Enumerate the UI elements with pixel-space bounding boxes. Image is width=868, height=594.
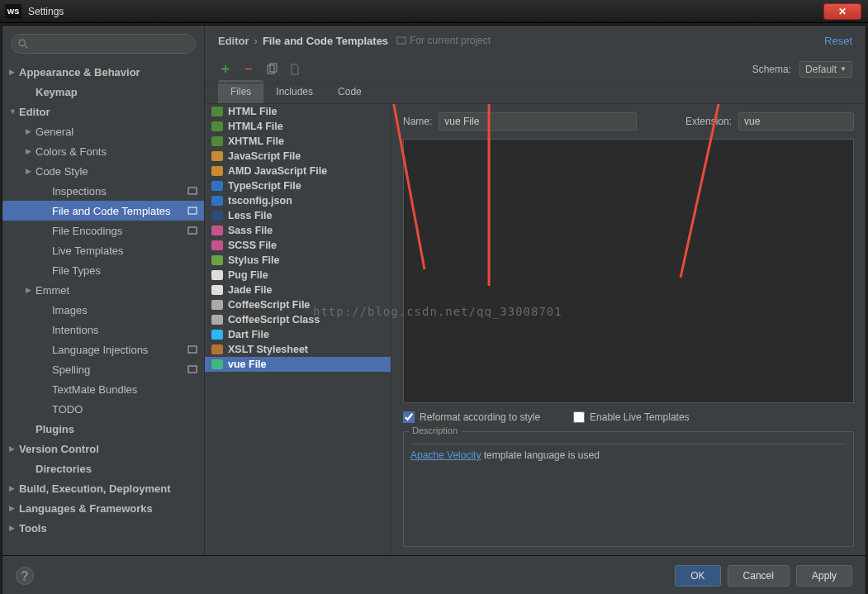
template-item-xhtml-file[interactable]: XHTML File [205,134,391,149]
template-item-sass-file[interactable]: Sass File [205,223,391,238]
sidebar-item-label: Directories [36,463,92,475]
sidebar-item-spelling[interactable]: Spelling [2,359,204,379]
remove-button[interactable]: － [241,62,256,77]
project-scope-icon [187,226,197,235]
cancel-button[interactable]: Cancel [728,565,790,587]
scope-label: For current project [396,35,491,46]
svg-point-0 [19,40,25,45]
template-item-vue-file[interactable]: vue File [205,357,391,372]
template-item-xslt-stylesheet[interactable]: XSLT Stylesheet [205,342,391,357]
ok-button[interactable]: OK [675,565,720,587]
sidebar-item-tools[interactable]: ▶Tools [2,518,204,538]
template-item-label: TypeScript File [228,180,301,192]
close-button[interactable]: ✕ [823,3,861,20]
file-type-icon [211,330,223,340]
breadcrumb-root: Editor [218,35,249,47]
sidebar-item-plugins[interactable]: Plugins [2,419,204,439]
file-type-icon [211,255,223,265]
template-item-pug-file[interactable]: Pug File [205,268,391,283]
template-item-label: HTML4 File [228,121,283,132]
tab-files[interactable]: Files [218,80,263,103]
sidebar-item-file-and-code-templates[interactable]: File and Code Templates [2,201,204,221]
copy-button[interactable] [264,62,279,77]
sidebar-item-label: Language Injections [52,344,148,356]
reset-template-button[interactable] [287,62,302,77]
sidebar-item-build-execution-deployment[interactable]: ▶Build, Execution, Deployment [2,478,204,498]
sidebar-item-language-injections[interactable]: Language Injections [2,340,204,359]
sidebar-item-file-types[interactable]: File Types [2,260,204,280]
tab-includes[interactable]: Includes [263,80,325,103]
project-scope-icon [187,206,197,216]
apply-button[interactable]: Apply [796,565,852,587]
add-button[interactable]: ＋ [218,62,233,77]
sidebar-item-label: File Types [52,264,101,277]
apache-velocity-link[interactable]: Apache Velocity [410,449,481,461]
sidebar-item-keymap[interactable]: Keymap [2,82,204,102]
sidebar-item-appearance-behavior[interactable]: ▶Appearance & Behavior [2,62,204,82]
sidebar-item-code-style[interactable]: ▶Code Style [2,161,204,181]
name-input[interactable] [439,112,637,131]
chevron-down-icon: ▼ [840,65,847,73]
sidebar-item-label: TextMate Bundles [52,383,137,396]
sidebar-item-version-control[interactable]: ▶Version Control [2,439,204,459]
expand-arrow-icon: ▶ [26,147,36,155]
sidebar-item-intentions[interactable]: Intentions [2,320,204,340]
file-type-icon [211,240,223,250]
sidebar-item-images[interactable]: Images [2,300,204,320]
expand-arrow-icon: ▶ [26,286,36,294]
svg-rect-5 [188,346,197,353]
sidebar-item-general[interactable]: ▶General [2,121,204,141]
sidebar-item-todo[interactable]: TODO [2,399,204,419]
template-item-tsconfig-json[interactable]: tsconfig.json [205,193,391,208]
template-item-scss-file[interactable]: SCSS File [205,238,391,253]
template-tabs: FilesIncludesCode [205,80,866,104]
sidebar-item-live-templates[interactable]: Live Templates [2,240,204,260]
sidebar-item-directories[interactable]: Directories [2,459,204,478]
extension-input[interactable] [738,112,854,131]
toolbar: ＋ － Schema: Default ▼ [205,55,866,83]
search-input[interactable] [11,34,196,54]
file-type-icon [211,196,223,206]
expand-arrow-icon: ▶ [9,444,19,453]
live-templates-checkbox[interactable]: Enable Live Templates [573,411,690,423]
reset-link[interactable]: Reset [824,35,852,47]
expand-arrow-icon: ▶ [26,167,36,175]
template-item-label: Sass File [228,225,273,236]
tab-code[interactable]: Code [325,80,374,103]
sidebar-item-editor[interactable]: ▼Editor [2,102,204,121]
button-bar: ? OK Cancel Apply [2,556,866,594]
sidebar-item-textmate-bundles[interactable]: TextMate Bundles [2,379,204,399]
sidebar-item-label: Intentions [52,324,98,336]
template-item-label: Stylus File [228,254,280,266]
template-item-html4-file[interactable]: HTML4 File [205,119,391,134]
help-button[interactable]: ? [16,567,34,585]
sidebar-item-languages-frameworks[interactable]: ▶Languages & Frameworks [2,498,204,518]
file-type-icon [211,345,223,354]
expand-arrow-icon: ▶ [9,504,19,512]
template-item-stylus-file[interactable]: Stylus File [205,253,391,268]
template-item-html-file[interactable]: HTML File [205,104,391,119]
template-item-label: Dart File [228,329,269,340]
sidebar-item-emmet[interactable]: ▶Emmet [2,280,204,300]
description-text: Apache Velocity template language is use… [410,444,847,461]
description-title: Description [409,425,461,435]
template-item-javascript-file[interactable]: JavaScript File [205,149,391,164]
template-item-jade-file[interactable]: Jade File [205,283,391,297]
template-item-label: vue File [228,359,267,370]
template-code-editor[interactable]: http://blog.csdn.net/qq_33008701 [403,139,854,403]
reformat-checkbox[interactable]: Reformat according to style [403,411,540,423]
sidebar-item-label: Code Style [36,165,88,178]
sidebar-item-label: File and Code Templates [52,205,171,217]
template-file-list: HTML FileHTML4 FileXHTML FileJavaScript … [205,104,391,555]
project-scope-icon [187,186,197,196]
sidebar-item-label: Appearance & Behavior [19,66,140,78]
sidebar-item-file-encodings[interactable]: File Encodings [2,221,204,240]
template-item-less-file[interactable]: Less File [205,208,391,223]
template-item-typescript-file[interactable]: TypeScript File [205,178,391,193]
template-item-amd-javascript-file[interactable]: AMD JavaScript File [205,164,391,178]
sidebar-item-inspections[interactable]: Inspections [2,181,204,201]
template-item-label: SCSS File [228,240,277,251]
sidebar-item-colors-fonts[interactable]: ▶Colors & Fonts [2,141,204,161]
template-item-dart-file[interactable]: Dart File [205,327,391,342]
schema-select[interactable]: Default ▼ [799,61,852,78]
